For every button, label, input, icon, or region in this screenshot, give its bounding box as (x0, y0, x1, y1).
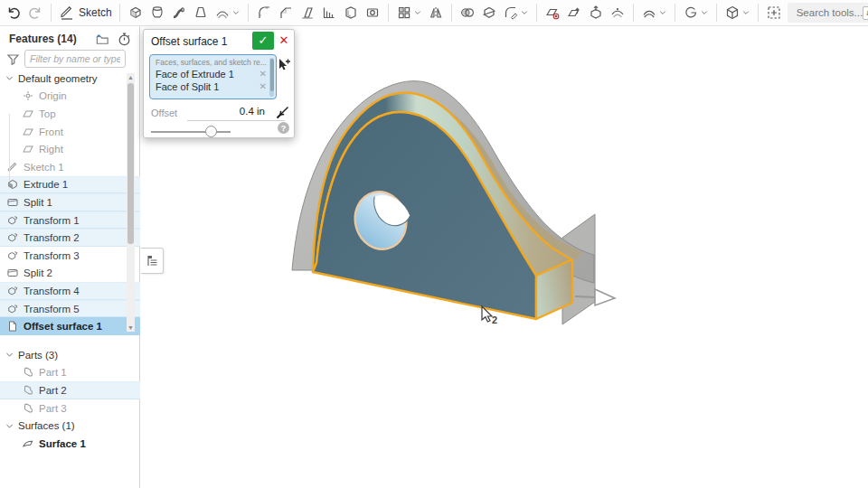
feature-transform-4[interactable]: Transform 4 (0, 282, 140, 300)
cancel-button[interactable]: ✕ (277, 33, 291, 49)
toolbar-sketch-button[interactable]: Sketch (56, 1, 115, 24)
mirror-icon (428, 5, 444, 21)
item-part-2[interactable]: Part 2 (0, 381, 140, 399)
feature-sketch-1[interactable]: Sketch 1 (0, 158, 140, 176)
filter-input[interactable] (24, 50, 126, 68)
feature-transform-3[interactable]: Transform 3 (0, 247, 140, 265)
toolbar-group (636, 0, 673, 25)
toolbar-modify-fillet-button[interactable] (500, 1, 532, 24)
hole-icon (364, 5, 381, 21)
feature-label: Transform 2 (24, 232, 80, 243)
toolbar-thicken-button[interactable] (212, 1, 243, 24)
feature-split-1[interactable]: Split 1 (0, 193, 140, 211)
stopwatch-icon[interactable] (117, 32, 132, 47)
chevron-down-icon[interactable] (5, 73, 18, 83)
toolbar-group (539, 0, 631, 25)
toolbar-thicken-surface-button[interactable] (638, 1, 670, 24)
toolbar-extrude-button[interactable] (125, 1, 146, 24)
toolbar-offset-surface-button[interactable] (607, 1, 628, 24)
item-parts-3-[interactable]: Parts (3) (0, 346, 140, 364)
dialog-header: Offset surface 1 ✓ ✕ (144, 30, 294, 52)
feature-transform-2[interactable]: Transform 2 (0, 229, 140, 247)
toolbar-delete-face-button[interactable] (542, 1, 563, 24)
feature-extrude-1[interactable]: Extrude 1 (0, 176, 140, 194)
selection-list-scroll-thumb[interactable] (270, 59, 274, 91)
selection-list-items: Face of Extrude 1✕Face of Split 1✕ (150, 68, 276, 93)
chevron-down-icon[interactable] (519, 8, 529, 17)
toolbar-redo-button[interactable] (24, 1, 46, 24)
toolbar-hole-button[interactable] (362, 1, 383, 24)
toolbar-shell-button[interactable] (340, 1, 362, 24)
delete-face-icon (544, 5, 561, 21)
toolbar-separator (536, 4, 537, 22)
dialog-title: Offset surface 1 (151, 35, 228, 48)
feature-transform-1[interactable]: Transform 1 (0, 211, 140, 230)
filter-funnel-icon[interactable] (6, 52, 20, 66)
help-icon[interactable]: ? (278, 122, 289, 134)
toolbar-select-region-button[interactable] (763, 1, 785, 24)
offset-value-input[interactable]: 0.4 in (187, 106, 285, 121)
selection-item[interactable]: Face of Extrude 1✕ (150, 68, 276, 80)
toolbar-export-part-button[interactable] (585, 1, 607, 24)
chevron-down-icon[interactable] (5, 350, 18, 360)
toolbar-rib-button[interactable] (318, 1, 340, 24)
chevron-down-icon[interactable] (231, 8, 241, 17)
toolbar-draft-button[interactable] (297, 1, 318, 24)
flip-direction-icon[interactable] (275, 105, 290, 120)
item-surfaces-1-[interactable]: Surfaces (1) (0, 417, 140, 435)
offset-slider-track[interactable] (151, 131, 231, 133)
remove-selection-icon[interactable]: ✕ (259, 69, 267, 79)
feature-top[interactable]: Top (0, 105, 140, 123)
toolbar-loft-button[interactable] (190, 1, 212, 24)
toolbar-undo-button[interactable] (3, 1, 24, 24)
chevron-down-icon[interactable] (5, 421, 18, 431)
feature-offset-surface-1[interactable]: Offset surface 1 (0, 317, 140, 335)
selection-list-header: Faces, surfaces, and sketch re... (150, 55, 276, 68)
chevron-down-icon[interactable] (741, 8, 750, 17)
sweep-icon (171, 5, 187, 21)
tree-scrollbar[interactable]: ▲ ▼ (127, 73, 135, 332)
toolbar-revolve-button[interactable] (146, 1, 168, 24)
scroll-down-arrow[interactable]: ▼ (127, 324, 135, 332)
scroll-up-arrow[interactable]: ▲ (127, 73, 135, 81)
feature-split-2[interactable]: Split 2 (0, 265, 140, 283)
feature-origin[interactable]: Origin (0, 88, 140, 106)
chevron-down-icon[interactable] (699, 8, 709, 17)
selection-item[interactable]: Face of Split 1✕ (150, 80, 276, 93)
feature-default-geometry[interactable]: Default geometry (0, 70, 140, 88)
feature-list-flyout-button[interactable] (141, 248, 164, 274)
feature-transform-5[interactable]: Transform 5 (0, 300, 140, 318)
item-surface-1[interactable]: Surface 1 (0, 435, 140, 453)
item-part-3[interactable]: Part 3 (0, 399, 140, 418)
toolbar-mirror-button[interactable] (425, 1, 447, 24)
selection-list[interactable]: Faces, surfaces, and sketch re... Face o… (149, 54, 277, 99)
undo-icon (5, 5, 22, 21)
toolbar-split-button[interactable] (478, 1, 500, 24)
feature-front[interactable]: Front (0, 123, 140, 141)
remove-selection-icon[interactable]: ✕ (259, 81, 267, 91)
toolbar-chamfer-button[interactable] (275, 1, 297, 24)
feature-label: Top (39, 108, 56, 119)
toolbar-boolean-button[interactable] (457, 1, 478, 24)
chevron-down-icon[interactable] (412, 8, 422, 17)
tree-scroll-thumb[interactable] (127, 83, 134, 244)
transform-s-icon (6, 285, 19, 297)
confirm-button[interactable]: ✓ (252, 32, 274, 50)
offset-slider-handle[interactable] (205, 126, 217, 137)
toolbar-sweep-button[interactable] (168, 1, 190, 24)
toolbar-enclose-button[interactable] (680, 1, 712, 24)
offset-slider[interactable] (151, 126, 232, 138)
search-tools-input[interactable]: Search tools... alt (788, 3, 868, 23)
feature-right[interactable]: Right (0, 140, 140, 158)
add-selection-cursor-icon[interactable] (277, 57, 292, 72)
selection-list-scrollbar[interactable] (269, 58, 274, 97)
item-part-1[interactable]: Part 1 (0, 364, 140, 382)
toolbar-fillet-button[interactable] (253, 1, 275, 24)
toolbar-replace-face-button[interactable] (563, 1, 585, 24)
toolbar-named-views-button[interactable] (722, 1, 753, 24)
chevron-down-icon[interactable] (657, 8, 667, 17)
add-folder-icon[interactable] (95, 32, 110, 47)
item-label: Surfaces (1) (18, 420, 75, 431)
toolbar-linear-pattern-button[interactable] (393, 1, 425, 24)
toolbar-group (122, 0, 246, 25)
